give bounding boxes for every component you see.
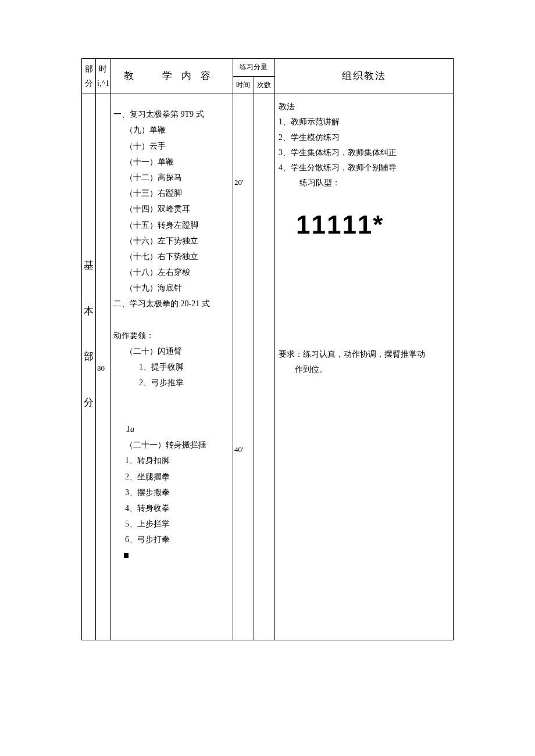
header-practice-amount: 练习分量	[233, 59, 274, 77]
practice-time-cell: 20' 40'	[233, 94, 254, 640]
practice-time-1: 20'	[234, 175, 243, 189]
move-12: （十二）高探马	[113, 170, 230, 185]
header-time-line1: 时	[99, 65, 107, 73]
move-20-title: （二十）闪通臂	[113, 344, 230, 359]
part-char-4: 分	[82, 394, 95, 412]
practice-time-2: 40'	[234, 443, 243, 456]
move-20-step-2: 2、弓步推掌	[113, 375, 230, 390]
header-row-1: 部 分 时 i,^1 教 学内容 练习分量 组织教法	[82, 59, 454, 77]
action-label: 动作要领：	[113, 328, 230, 343]
method-cell: 教法 1、教师示范讲解 2、学生模仿练习 3、学生集体练习，教师集体纠正 4、学…	[274, 94, 453, 640]
section2-title: 二、学习太极拳的 20-21 式	[113, 296, 230, 311]
header-time-line2: i,^1	[97, 79, 109, 88]
part-cell: 基 本 部 分	[82, 94, 96, 640]
body-row: 基 本 部 分 80 一、复习太极拳第 9T9 式 （九）单鞭 （十）云手 （十…	[82, 94, 454, 640]
move-21-step-2: 2、坐腿握拳	[113, 470, 230, 484]
formation-label: 练习队型：	[279, 175, 450, 190]
teaching-step-2: 2、学生模仿练习	[279, 130, 450, 145]
move-21-step-3: 3、摆步搬拳	[113, 485, 230, 500]
move-19: （十九）海底针	[113, 281, 230, 295]
move-21-step-5: 5、上步拦掌	[113, 517, 230, 531]
requirement-block: 要求：练习认真，动作协调，摆臂推掌动 作到位。	[279, 347, 450, 377]
move-18: （十八）左右穿梭	[113, 265, 230, 280]
content-cell: 一、复习太极拳第 9T9 式 （九）单鞭 （十）云手 （十一）单鞭 （十二）高探…	[110, 94, 233, 640]
header-practice-time: 时间	[233, 76, 254, 94]
move-21-title: （二十一）转身搬拦捶	[113, 438, 230, 452]
move-21-step-6: 6、弓步打拳	[113, 532, 230, 547]
move-21-step-4: 4、转身收拳	[113, 501, 230, 515]
move-20-step-1: 1、提手收脚	[113, 360, 230, 374]
move-16: （十六）左下势独立	[113, 234, 230, 248]
move-9: （九）单鞭	[113, 123, 230, 137]
formation-text: 11111*	[296, 202, 450, 248]
lesson-table: 部 分 时 i,^1 教 学内容 练习分量 组织教法 时间 次数 基 本 部 分	[81, 58, 454, 640]
move-10: （十）云手	[113, 139, 230, 153]
teaching-label: 教法	[279, 99, 450, 114]
header-time-outer: 时 i,^1	[96, 59, 111, 94]
header-content: 教 学内容	[110, 59, 233, 94]
move-21-step-1: 1、转身扣脚	[113, 453, 230, 468]
square-bullet-icon	[124, 553, 129, 558]
header-part-line2: 分	[85, 79, 93, 88]
part-char-2: 本	[82, 303, 95, 321]
requirement-line1: 要求：练习认真，动作协调，摆臂推掌动	[279, 347, 450, 361]
move-14: （十四）双峰贯耳	[113, 202, 230, 216]
teaching-step-1: 1、教师示范讲解	[279, 114, 450, 129]
practice-count-cell	[254, 94, 274, 640]
time-outer-value: 80	[97, 361, 105, 375]
move-11: （十一）单鞭	[113, 155, 230, 169]
part-char-3: 部	[82, 348, 95, 366]
requirement-line2: 作到位。	[279, 362, 450, 377]
header-part-line1: 部	[85, 65, 93, 73]
header-method: 组织教法	[274, 59, 453, 94]
time-outer-cell: 80	[96, 94, 111, 640]
lesson-plan-page: 部 分 时 i,^1 教 学内容 练习分量 组织教法 时间 次数 基 本 部 分	[0, 0, 535, 675]
teaching-step-4: 4、学生分散练习，教师个别辅导	[279, 160, 450, 175]
part-char-1: 基	[82, 257, 95, 275]
header-part: 部 分	[82, 59, 96, 94]
move-13: （十三）右蹬脚	[113, 186, 230, 200]
header-practice-count: 次数	[254, 76, 274, 94]
section1-title: 一、复习太极拳第 9T9 式	[113, 107, 230, 121]
move-17: （十七）右下势独立	[113, 249, 230, 264]
note-1a: 1a	[113, 422, 230, 436]
teaching-step-3: 3、学生集体练习，教师集体纠正	[279, 145, 450, 160]
move-15: （十五）转身左蹬脚	[113, 218, 230, 232]
